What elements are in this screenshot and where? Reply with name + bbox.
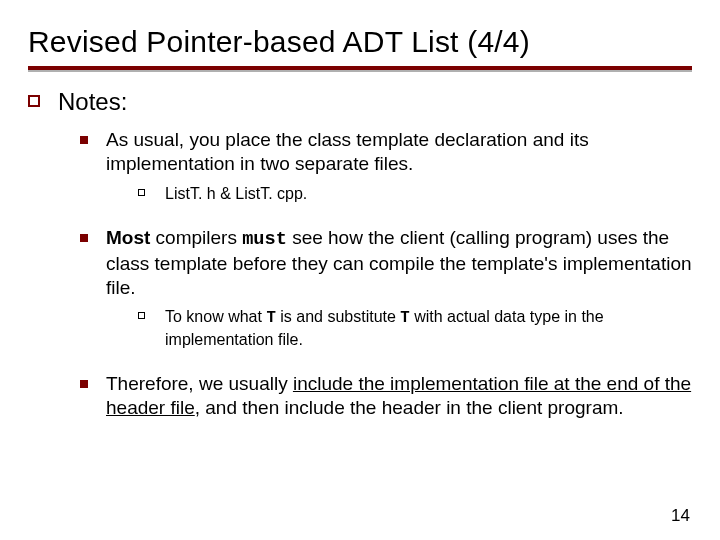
bullet-3-post: , and then include the header in the cli… [195,397,624,418]
square-open-bullet-icon [28,95,40,107]
notes-heading: Notes: [28,88,692,116]
list-item: As usual, you place the class template d… [80,128,692,177]
square-solid-bullet-icon [80,234,88,242]
bullet-2-text: Most compilers must see how the client (… [106,226,692,300]
bullet-2-most: Most [106,227,150,248]
list-item: ListT. h & ListT. cpp. [138,183,692,204]
list-item: Most compilers must see how the client (… [80,226,692,300]
code-T: T [400,309,409,327]
bullet-2a-text: To know what T is and substitute T with … [165,306,692,350]
bullet-2-must: must [242,228,287,250]
bullet-2a-mid: is and substitute [276,308,401,325]
list-item: Therefore, we usually include the implem… [80,372,692,421]
list-item: To know what T is and substitute T with … [138,306,692,350]
page-number: 14 [671,506,690,526]
slide-title: Revised Pointer-based ADT List (4/4) [28,24,692,60]
notes-label: Notes: [58,88,127,116]
square-solid-bullet-icon [80,380,88,388]
square-solid-bullet-icon [80,136,88,144]
square-open-small-bullet-icon [138,189,145,196]
bullet-3-pre: Therefore, we usually [106,373,293,394]
title-rule [28,66,692,72]
slide: Revised Pointer-based ADT List (4/4) Not… [0,0,720,540]
square-open-small-bullet-icon [138,312,145,319]
bullet-1a-text: ListT. h & ListT. cpp. [165,183,307,204]
bullet-2a-pre: To know what [165,308,266,325]
bullet-2-seg1: compilers [150,227,242,248]
code-T: T [266,309,275,327]
bullet-1-text: As usual, you place the class template d… [106,128,692,177]
bullet-3-text: Therefore, we usually include the implem… [106,372,692,421]
